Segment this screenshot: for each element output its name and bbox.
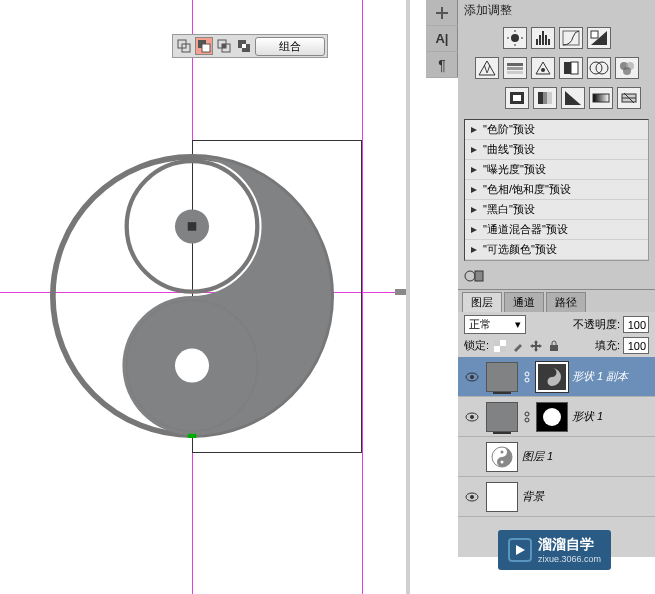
svg-rect-49 (543, 92, 547, 104)
svg-point-45 (623, 67, 631, 75)
threshold-icon[interactable] (561, 87, 585, 109)
svg-rect-72 (525, 378, 529, 382)
preset-label: "色阶"预设 (483, 122, 535, 137)
svg-rect-48 (538, 92, 543, 104)
preset-label: "曲线"预设 (483, 142, 535, 157)
gradient-map-icon[interactable] (589, 87, 613, 109)
svg-point-81 (470, 495, 474, 499)
preset-label: "曝光度"预设 (483, 162, 546, 177)
svg-rect-52 (593, 94, 609, 102)
watermark-text: 溜溜自学 (538, 536, 601, 554)
visibility-toggle-icon[interactable] (462, 410, 482, 424)
hue-sat-icon[interactable] (503, 57, 527, 79)
layer-shape1[interactable]: 形状 1 (458, 397, 655, 437)
vibrance-icon[interactable]: V (475, 57, 499, 79)
svg-rect-28 (548, 39, 550, 45)
yin-yang-shape[interactable] (50, 154, 334, 438)
exposure-icon[interactable] (587, 27, 611, 49)
fill-input[interactable] (623, 337, 649, 354)
blend-mode-select[interactable]: 正常▾ (464, 315, 526, 334)
play-icon (508, 538, 532, 562)
preset-label: "黑白"预设 (483, 202, 535, 217)
paragraph-panel-icon[interactable]: ¶ (426, 52, 458, 78)
preset-selective[interactable]: "可选颜色"预设 (465, 240, 648, 260)
svg-rect-64 (475, 271, 483, 281)
brightness-contrast-icon[interactable] (503, 27, 527, 49)
svg-rect-50 (547, 92, 552, 104)
canvas-area[interactable]: 组合 (0, 0, 410, 594)
path-exclude-icon[interactable] (235, 37, 253, 55)
mask-link-icon[interactable] (522, 411, 532, 423)
preset-levels[interactable]: "色阶"预设 (465, 120, 648, 140)
tab-channels[interactable]: 通道 (504, 292, 544, 312)
lock-paint-icon[interactable] (511, 339, 525, 353)
tab-paths[interactable]: 路径 (546, 292, 586, 312)
svg-rect-67 (500, 346, 506, 352)
posterize-icon[interactable] (533, 87, 557, 109)
lock-label: 锁定: (464, 338, 489, 353)
svg-rect-47 (513, 95, 521, 101)
layer-shape1-copy[interactable]: 形状 1 副本 (458, 357, 655, 397)
ruler-tick (395, 289, 407, 295)
path-subtract-icon[interactable] (195, 37, 213, 55)
svg-point-19 (511, 34, 519, 42)
layer-layer1[interactable]: 图层 1 (458, 437, 655, 477)
preset-label: "色相/饱和度"预设 (483, 182, 571, 197)
svg-marker-62 (471, 247, 477, 253)
opacity-input[interactable] (623, 316, 649, 333)
svg-rect-35 (507, 67, 523, 70)
svg-rect-26 (542, 31, 544, 45)
svg-rect-13 (222, 44, 226, 48)
vector-mask-thumb[interactable] (536, 362, 568, 392)
color-balance-icon[interactable] (531, 57, 555, 79)
photo-filter-icon[interactable] (587, 57, 611, 79)
preset-channel-mix[interactable]: "通道混合器"预设 (465, 220, 648, 240)
preset-bw[interactable]: "黑白"预设 (465, 200, 648, 220)
character-panel-icon[interactable]: A| (426, 26, 458, 52)
svg-point-79 (501, 460, 504, 463)
svg-marker-51 (565, 91, 581, 105)
tab-layers[interactable]: 图层 (462, 292, 502, 312)
svg-marker-58 (471, 167, 477, 173)
svg-rect-6 (188, 434, 197, 438)
layer-background[interactable]: 背景 (458, 477, 655, 517)
lock-transparent-icon[interactable] (493, 339, 507, 353)
svg-rect-10 (202, 44, 210, 52)
mask-strip (458, 265, 655, 289)
layer-thumbnail[interactable] (486, 482, 518, 512)
visibility-toggle-icon[interactable] (462, 490, 482, 504)
preset-curves[interactable]: "曲线"预设 (465, 140, 648, 160)
layer-name-label: 背景 (522, 489, 544, 504)
lock-move-icon[interactable] (529, 339, 543, 353)
svg-marker-60 (471, 207, 477, 213)
invert-icon[interactable] (505, 87, 529, 109)
mask-mode-icon[interactable] (464, 269, 484, 283)
layer-thumbnail[interactable] (486, 362, 518, 392)
combine-button[interactable]: 组合 (255, 37, 325, 56)
preset-exposure[interactable]: "曝光度"预设 (465, 160, 648, 180)
selective-color-icon[interactable] (617, 87, 641, 109)
guide-vertical-2 (362, 0, 363, 594)
svg-point-78 (501, 450, 504, 453)
right-panel-stack: 添加调整 V (458, 0, 655, 557)
black-white-icon[interactable] (559, 57, 583, 79)
path-intersect-icon[interactable] (215, 37, 233, 55)
levels-icon[interactable] (531, 27, 555, 49)
layer-thumbnail[interactable] (486, 442, 518, 472)
svg-rect-36 (507, 71, 523, 74)
history-panel-icon[interactable] (426, 0, 458, 26)
visibility-toggle-icon[interactable] (462, 370, 482, 384)
svg-rect-76 (525, 418, 529, 422)
presets-list: "色阶"预设 "曲线"预设 "曝光度"预设 "色相/饱和度"预设 "黑白"预设 … (464, 119, 649, 261)
path-add-icon[interactable] (175, 37, 193, 55)
preset-hue-sat[interactable]: "色相/饱和度"预设 (465, 180, 648, 200)
fill-label: 填充: (595, 338, 620, 353)
svg-rect-18 (441, 7, 443, 19)
curves-icon[interactable] (559, 27, 583, 49)
svg-rect-31 (591, 31, 598, 38)
vector-mask-thumb[interactable] (536, 402, 568, 432)
lock-all-icon[interactable] (547, 339, 561, 353)
mask-link-icon[interactable] (522, 371, 532, 383)
layer-thumbnail[interactable] (486, 402, 518, 432)
channel-mixer-icon[interactable] (615, 57, 639, 79)
